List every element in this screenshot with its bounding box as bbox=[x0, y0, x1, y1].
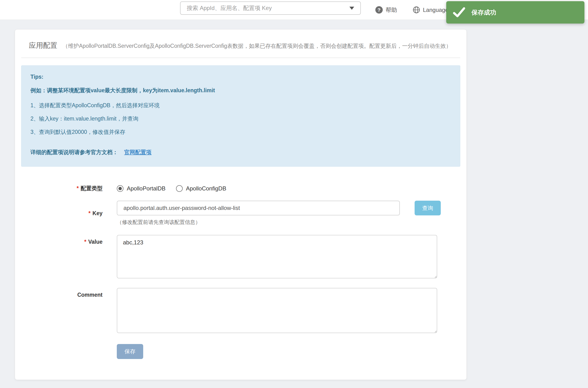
key-row: *Key 查询 （修改配置前请先查询该配置信息） bbox=[21, 201, 460, 226]
value-field-group: abc,123 bbox=[117, 235, 437, 279]
comment-row: Comment bbox=[21, 288, 460, 334]
help-label: 帮助 bbox=[385, 6, 397, 14]
radio-apolloportaldb-label: ApolloPortalDB bbox=[127, 185, 166, 192]
radio-apolloconfigdb[interactable]: ApolloConfigDB bbox=[176, 185, 226, 192]
search-placeholder-text: 搜索 AppId、应用名、配置项 Key bbox=[187, 4, 347, 12]
required-mark: * bbox=[77, 185, 79, 191]
config-type-row: *配置类型 ApolloPortalDB ApolloConfigDB bbox=[21, 185, 460, 192]
comment-textarea[interactable] bbox=[117, 288, 437, 333]
save-button[interactable]: 保存 bbox=[117, 344, 143, 359]
tips-step-1: 1、选择配置类型ApolloConfigDB，然后选择对应环境 bbox=[30, 102, 451, 109]
value-label: *Value bbox=[21, 235, 102, 245]
config-type-label: *配置类型 bbox=[21, 185, 102, 192]
toast-message: 保存成功 bbox=[471, 8, 496, 17]
global-search-combobox[interactable]: 搜索 AppId、应用名、配置项 Key bbox=[180, 1, 361, 15]
key-hint: （修改配置前请先查询该配置信息） bbox=[117, 219, 441, 226]
chevron-down-icon bbox=[349, 7, 354, 10]
question-circle-icon: ? bbox=[375, 6, 383, 14]
tips-panel: Tips: 例如：调整某环境配置项value最大长度限制，key为item.va… bbox=[21, 65, 460, 167]
language-label: Language bbox=[423, 7, 448, 13]
tips-doc-line: 详细的配置项说明请参考官方文档：官网配置项 bbox=[30, 148, 451, 156]
required-mark: * bbox=[88, 210, 91, 216]
tips-example: 例如：调整某环境配置项value最大长度限制，key为item.value.le… bbox=[30, 87, 451, 94]
header-divider bbox=[21, 58, 460, 58]
save-success-toast[interactable]: 保存成功 bbox=[446, 1, 585, 24]
radio-apolloportaldb[interactable]: ApolloPortalDB bbox=[117, 185, 166, 192]
page-subtitle: （维护ApolloPortalDB.ServerConfig及ApolloCon… bbox=[63, 43, 452, 49]
key-label: *Key bbox=[21, 210, 102, 217]
comment-field-group bbox=[117, 288, 437, 334]
value-label-text: Value bbox=[88, 239, 102, 245]
comment-label: Comment bbox=[21, 288, 102, 298]
tips-heading: Tips: bbox=[30, 74, 451, 80]
help-menu-item[interactable]: ? 帮助 bbox=[375, 0, 397, 20]
value-textarea[interactable]: abc,123 bbox=[117, 235, 437, 278]
key-input[interactable] bbox=[117, 201, 400, 215]
required-mark: * bbox=[84, 239, 86, 245]
page-header: 应用配置（维护ApolloPortalDB.ServerConfig及Apoll… bbox=[21, 40, 460, 51]
radio-selected-icon[interactable] bbox=[117, 185, 124, 192]
language-menu-item[interactable]: Language bbox=[413, 0, 448, 20]
tips-step-3: 3、查询到默认值20000，修改值并保存 bbox=[30, 128, 451, 136]
globe-icon bbox=[413, 6, 420, 14]
app-config-card: 应用配置（维护ApolloPortalDB.ServerConfig及Apoll… bbox=[15, 29, 467, 380]
key-field-group: 查询 （修改配置前请先查询该配置信息） bbox=[117, 201, 441, 226]
official-doc-link[interactable]: 官网配置项 bbox=[124, 149, 152, 155]
key-label-text: Key bbox=[93, 210, 102, 216]
save-row: 保存 bbox=[117, 344, 460, 373]
config-type-options: ApolloPortalDB ApolloConfigDB bbox=[117, 185, 226, 192]
tips-step-2: 2、输入key：item.value.length.limit，并查询 bbox=[30, 115, 451, 122]
page-title: 应用配置 bbox=[29, 41, 57, 49]
comment-label-text: Comment bbox=[77, 292, 102, 298]
tips-doc-prefix: 详细的配置项说明请参考官方文档： bbox=[30, 149, 118, 155]
query-button[interactable]: 查询 bbox=[415, 201, 441, 215]
config-type-label-text: 配置类型 bbox=[81, 185, 102, 191]
value-row: *Value abc,123 bbox=[21, 235, 460, 279]
radio-apolloconfigdb-label: ApolloConfigDB bbox=[186, 185, 226, 192]
check-icon bbox=[453, 7, 465, 18]
config-form: *配置类型 ApolloPortalDB ApolloConfigDB *Key bbox=[21, 185, 460, 373]
radio-unselected-icon[interactable] bbox=[176, 185, 183, 192]
